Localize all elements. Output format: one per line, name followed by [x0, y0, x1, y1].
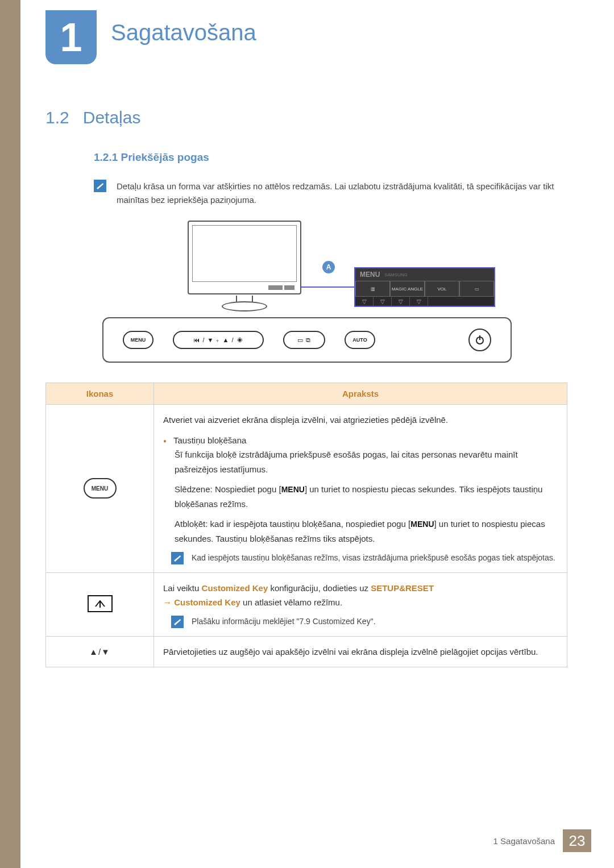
note-icon: [171, 552, 184, 564]
footer-page-number: 23: [563, 829, 591, 852]
section-number: 1.2: [45, 108, 69, 127]
bezel-nav-button: ⏮ / ▼ ∘ ▲ / ⦿: [173, 331, 264, 349]
th-desc: Apraksts: [154, 383, 567, 405]
table-row: ▲/▼ Pārvietojieties uz augšējo vai apakš…: [46, 636, 567, 667]
callout-panel: MENU SAMSUNG ▥ MAGIC ANGLE VOL ▭ ▽▽▽▽: [354, 267, 495, 307]
customized-key-icon: [88, 595, 113, 612]
panel-brand: SAMSUNG: [384, 272, 407, 277]
chapter-number: 1: [60, 18, 82, 57]
bezel-menu-button: MENU: [123, 331, 154, 349]
section-heading: 1.2 Detaļas: [45, 108, 577, 127]
table-row: Lai veiktu Customized Key konfigurāciju,…: [46, 572, 567, 636]
page-footer: 1 Sagatavošana 23: [493, 829, 591, 852]
arrows-description: Pārvietojieties uz augšējo vai apakšējo …: [154, 636, 567, 667]
info-note: Detaļu krāsa un forma var atšķirties no …: [94, 180, 577, 207]
bezel-button-strip: MENU ⏮ / ▼ ∘ ▲ / ⦿ ▭ ⧉ AUTO: [102, 317, 512, 363]
ckey-description: Lai veiktu Customized Key konfigurāciju,…: [154, 572, 567, 636]
page-content: 1.2 Detaļas 1.2.1 Priekšējās pogas Detaļ…: [45, 108, 577, 667]
footer-chapter-label: 1 Sagatavošana: [493, 836, 555, 846]
bezel-source-button: ▭ ⧉: [283, 331, 325, 349]
left-margin-band: [0, 0, 20, 868]
th-icons: Ikonas: [46, 383, 154, 405]
callout-a-badge: A: [322, 261, 335, 273]
table-row: MENU Atveriet vai aizveriet ekrāna displ…: [46, 405, 567, 573]
panel-cell-src: ▭: [459, 281, 494, 297]
note-text: Detaļu krāsa un forma var atšķirties no …: [117, 180, 577, 207]
front-buttons-diagram: A MENU SAMSUNG ▥ MAGIC ANGLE VOL ▭ ▽▽▽▽: [102, 221, 512, 366]
panel-cell-magic: MAGIC ANGLE: [390, 281, 425, 297]
menu-description: Atveriet vai aizveriet ekrāna displeja i…: [154, 405, 567, 573]
panel-cell-vol: VOL: [425, 281, 459, 297]
chapter-title: Sagatavošana: [111, 20, 256, 45]
up-down-arrows-icon: ▲/▼: [89, 647, 110, 657]
icons-description-table: Ikonas Apraksts MENU Atveriet vai aizver…: [45, 383, 567, 667]
subsection-title: Priekšējās pogas: [121, 151, 209, 163]
section-title: Detaļas: [83, 108, 141, 127]
menu-button-icon: MENU: [84, 478, 117, 499]
monitor-outline: [188, 221, 301, 294]
subsection-heading: 1.2.1 Priekšējās pogas: [94, 151, 577, 164]
bezel-auto-button: AUTO: [345, 331, 375, 349]
bezel-power-button: [468, 329, 491, 351]
chapter-tab: 1: [45, 10, 97, 64]
panel-menu-label: MENU: [360, 271, 380, 279]
subsection-number: 1.2.1: [94, 151, 118, 163]
note-icon: [171, 616, 184, 628]
panel-cell-battery: ▥: [355, 281, 390, 297]
note-icon: [94, 180, 106, 192]
